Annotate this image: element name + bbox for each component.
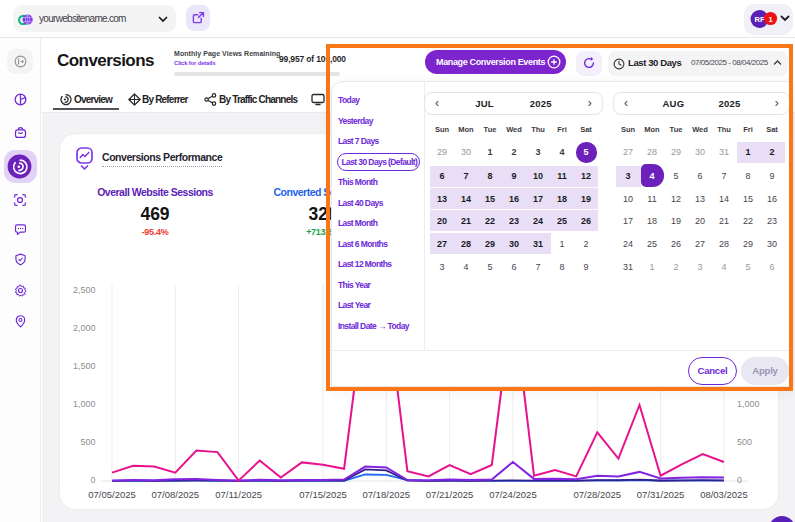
svg-text:07/21/2025: 07/21/2025 [426,489,474,500]
svg-text:500: 500 [737,437,752,447]
svg-text:1,500: 1,500 [73,361,96,371]
svg-text:500: 500 [80,437,95,447]
svg-text:08/03/2025: 08/03/2025 [700,489,748,500]
svg-text:1: 1 [768,15,772,24]
svg-text:07/08/2025: 07/08/2025 [152,489,200,500]
svg-text:RF: RF [755,15,765,24]
svg-text:1,000: 1,000 [737,399,760,409]
svg-text:0: 0 [90,475,95,485]
svg-text:07/05/2025: 07/05/2025 [88,489,136,500]
svg-text:2,500: 2,500 [73,285,96,295]
svg-text:1,000: 1,000 [73,399,96,409]
svg-text:07/18/2025: 07/18/2025 [363,489,411,500]
svg-text:07/31/2025: 07/31/2025 [637,489,685,500]
svg-text:07/11/2025: 07/11/2025 [215,489,262,500]
svg-text:07/24/2025: 07/24/2025 [489,489,537,500]
svg-text:0: 0 [737,475,742,485]
svg-text:2,000: 2,000 [73,323,96,333]
svg-text:07/28/2025: 07/28/2025 [574,489,622,500]
svg-text:07/15/2025: 07/15/2025 [299,489,347,500]
